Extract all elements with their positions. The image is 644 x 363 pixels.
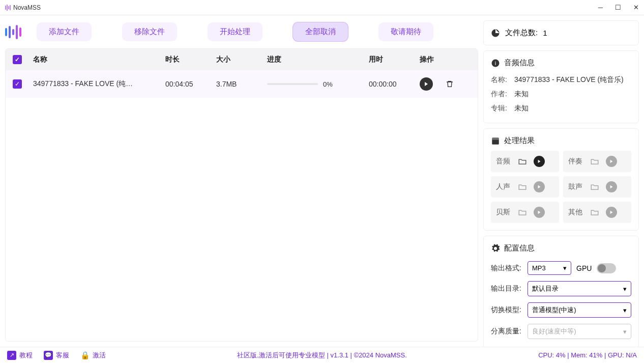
header-action: 操作 xyxy=(420,55,471,64)
pie-icon xyxy=(491,29,500,38)
chevron-down-icon: ▾ xyxy=(623,285,627,293)
result-accomp: 伴奏 xyxy=(563,151,631,172)
start-process-button[interactable]: 开始处理 xyxy=(208,22,262,41)
model-select[interactable]: 普通模型(中速)▾ xyxy=(528,302,631,318)
window-controls: ─ ☐ ✕ xyxy=(598,4,639,11)
play-icon[interactable] xyxy=(534,181,545,192)
footer-info: 社区版,激活后可使用专业模型 | v1.3.1 | ©2024 NovaMSS. xyxy=(106,351,538,360)
results-icon xyxy=(491,136,500,146)
header-duration: 时长 xyxy=(165,55,216,64)
folder-icon[interactable] xyxy=(517,182,528,192)
row-time: 00:00:00 xyxy=(369,80,420,88)
app-logo: NovaMSS xyxy=(5,4,41,11)
chevron-down-icon: ▾ xyxy=(623,328,627,336)
table-header: ✓ 名称 时长 大小 进度 用时 操作 xyxy=(6,49,478,70)
result-bass: 贝斯 xyxy=(491,202,559,223)
file-count-panel: 文件总数: 1 xyxy=(483,20,639,45)
maximize-button[interactable]: ☐ xyxy=(615,4,621,11)
folder-icon[interactable] xyxy=(517,156,528,166)
close-button[interactable]: ✕ xyxy=(633,4,639,11)
select-all-checkbox[interactable]: ✓ xyxy=(13,55,22,64)
info-icon: i xyxy=(491,59,500,68)
gpu-toggle[interactable] xyxy=(597,263,616,273)
folder-icon[interactable] xyxy=(590,156,600,166)
row-duration: 00:04:05 xyxy=(165,80,216,88)
header-time: 用时 xyxy=(369,55,420,64)
svg-text:i: i xyxy=(495,60,496,66)
folder-icon[interactable] xyxy=(590,207,600,217)
tutorial-icon: ↗ xyxy=(7,351,16,360)
info-author: 未知 xyxy=(514,90,631,99)
file-table: ✓ 名称 时长 大小 进度 用时 操作 ✓ 349771833 - FAKE L… xyxy=(5,48,478,342)
table-row[interactable]: ✓ 349771833 - FAKE LOVE (纯… 00:04:05 3.7… xyxy=(6,70,478,98)
footer-stats: CPU: 4% | Mem: 41% | GPU: N/A xyxy=(538,351,637,359)
play-button[interactable] xyxy=(420,77,433,91)
titlebar: NovaMSS ─ ☐ ✕ xyxy=(0,0,644,15)
play-icon[interactable] xyxy=(534,207,545,218)
audio-info-title: 音频信息 xyxy=(504,58,535,68)
lock-icon: 🔒 xyxy=(80,351,90,360)
chevron-down-icon: ▾ xyxy=(563,264,567,272)
folder-icon[interactable] xyxy=(517,207,528,217)
output-format-select[interactable]: MP3▾ xyxy=(528,261,571,275)
file-count-value: 1 xyxy=(543,29,547,37)
header-progress: 进度 xyxy=(267,55,369,64)
progress-text: 0% xyxy=(323,80,333,88)
header-size: 大小 xyxy=(216,55,267,64)
result-audio: 音频 xyxy=(491,151,559,172)
header-name: 名称 xyxy=(33,55,165,64)
audio-info-panel: i 音频信息 名称:349771833 - FAKE LOVE (纯音乐) 作者… xyxy=(483,50,639,123)
row-checkbox[interactable]: ✓ xyxy=(13,79,22,89)
svg-rect-3 xyxy=(492,137,499,140)
add-file-button[interactable]: 添加文件 xyxy=(37,22,92,41)
result-other: 其他 xyxy=(563,202,631,223)
footer: ↗教程 💬客服 🔒激活 社区版,激活后可使用专业模型 | v1.3.1 | ©2… xyxy=(0,347,644,363)
wave-icon xyxy=(5,24,21,40)
delete-button[interactable] xyxy=(443,77,456,91)
tutorial-link[interactable]: ↗教程 xyxy=(7,351,33,360)
config-panel: 配置信息 输出格式: MP3▾ GPU 输出目录: 默认目录▾ 切换模型: 普通… xyxy=(483,236,639,347)
file-count-label: 文件总数: xyxy=(505,28,538,38)
play-icon[interactable] xyxy=(606,181,617,192)
result-vocal: 人声 xyxy=(491,176,559,198)
quality-select: 良好(速度中等)▾ xyxy=(528,324,631,339)
info-name: 349771833 - FAKE LOVE (纯音乐) xyxy=(514,75,631,85)
info-album: 未知 xyxy=(514,104,631,113)
folder-icon[interactable] xyxy=(590,182,600,192)
result-drum: 鼓声 xyxy=(563,176,631,198)
output-dir-select[interactable]: 默认目录▾ xyxy=(528,281,631,296)
gear-icon xyxy=(491,244,500,253)
cancel-all-button[interactable]: 全部取消 xyxy=(293,22,348,41)
logo-icon xyxy=(5,5,11,11)
chevron-down-icon: ▾ xyxy=(623,306,627,314)
progress-bar xyxy=(267,83,318,85)
results-title: 处理结果 xyxy=(504,136,535,146)
gpu-label: GPU xyxy=(576,264,592,272)
play-icon[interactable] xyxy=(606,156,617,167)
coming-soon-button[interactable]: 敬请期待 xyxy=(378,22,433,41)
config-title: 配置信息 xyxy=(504,243,535,253)
activate-link[interactable]: 🔒激活 xyxy=(80,351,106,360)
chat-icon: 💬 xyxy=(44,351,53,360)
row-name: 349771833 - FAKE LOVE (纯… xyxy=(33,79,165,89)
minimize-button[interactable]: ─ xyxy=(598,4,603,11)
play-icon[interactable] xyxy=(606,207,617,218)
app-name: NovaMSS xyxy=(13,4,41,11)
row-size: 3.7MB xyxy=(216,80,267,88)
remove-file-button[interactable]: 移除文件 xyxy=(122,22,177,41)
play-icon[interactable] xyxy=(534,156,545,167)
toolbar: 添加文件 移除文件 开始处理 全部取消 敬请期待 xyxy=(5,20,478,48)
service-link[interactable]: 💬客服 xyxy=(44,351,69,360)
results-panel: 处理结果 音频 伴奏 人声 鼓声 贝斯 其他 xyxy=(483,128,639,231)
row-progress: 0% xyxy=(267,80,369,88)
